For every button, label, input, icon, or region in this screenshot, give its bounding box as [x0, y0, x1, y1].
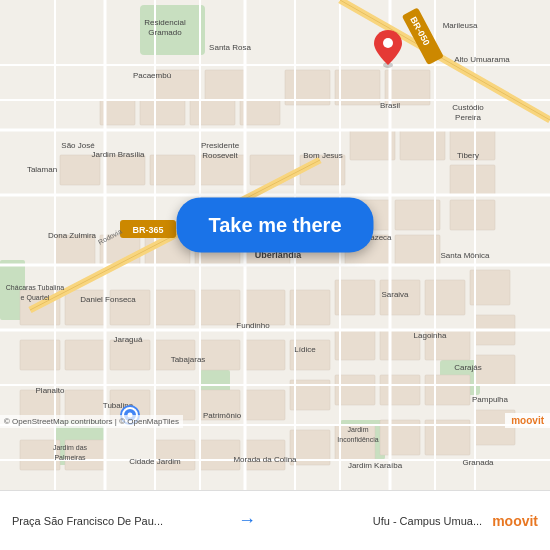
svg-text:Planalto: Planalto [36, 386, 65, 395]
svg-rect-37 [395, 235, 440, 265]
map-container: BR-365 Rodovia BR-050 Residencial Gramad… [0, 0, 550, 490]
svg-text:Roosevelt: Roosevelt [202, 151, 238, 160]
svg-rect-18 [105, 155, 145, 185]
svg-text:Fundinho: Fundinho [236, 321, 270, 330]
svg-text:Tabajaras: Tabajaras [171, 355, 206, 364]
svg-text:Residencial: Residencial [144, 18, 186, 27]
svg-text:e Quartel: e Quartel [21, 294, 50, 302]
origin-label: Praça São Francisco De Pau... [12, 515, 163, 527]
svg-rect-50 [65, 340, 105, 370]
svg-text:Gramado: Gramado [148, 28, 182, 37]
svg-rect-21 [250, 155, 295, 185]
svg-rect-69 [425, 375, 470, 405]
destination-info: Ufu - Campus Umua... [256, 515, 482, 527]
svg-rect-26 [450, 165, 495, 195]
svg-rect-53 [200, 340, 240, 370]
svg-text:Santa Rosa: Santa Rosa [209, 43, 251, 52]
svg-text:Morada da Colina: Morada da Colina [233, 455, 297, 464]
svg-text:Presidente: Presidente [201, 141, 240, 150]
svg-rect-11 [140, 100, 185, 125]
svg-rect-17 [60, 155, 100, 185]
svg-rect-12 [190, 100, 235, 125]
svg-rect-47 [425, 280, 465, 315]
svg-text:Patrimônio: Patrimônio [203, 411, 242, 420]
svg-text:Alto Umuarama: Alto Umuarama [454, 55, 510, 64]
svg-text:Granada: Granada [462, 458, 494, 467]
svg-text:Saraiva: Saraiva [381, 290, 409, 299]
svg-rect-41 [155, 290, 195, 325]
svg-text:Pacaembú: Pacaembú [133, 71, 171, 80]
svg-rect-9 [205, 70, 245, 100]
svg-text:Palmeiras: Palmeiras [54, 454, 86, 461]
svg-text:São José: São José [61, 141, 95, 150]
svg-rect-68 [380, 375, 420, 405]
svg-text:Lídice: Lídice [294, 345, 316, 354]
svg-text:Jardim: Jardim [347, 426, 368, 433]
svg-text:Jardim Brasília: Jardim Brasília [92, 150, 145, 159]
svg-rect-27 [450, 200, 495, 230]
svg-text:Santa Mônica: Santa Mônica [441, 251, 490, 260]
svg-point-155 [383, 38, 393, 48]
svg-text:Marileusa: Marileusa [443, 21, 478, 30]
svg-text:Chácaras Tubalina: Chácaras Tubalina [6, 284, 64, 291]
svg-text:Daniel Fonseca: Daniel Fonseca [80, 295, 136, 304]
svg-text:Lagoinha: Lagoinha [414, 331, 447, 340]
svg-text:Bom Jesus: Bom Jesus [303, 151, 343, 160]
moovit-logo: moovit [505, 413, 550, 428]
svg-text:Tibery: Tibery [457, 151, 479, 160]
svg-text:Pereira: Pereira [455, 113, 481, 122]
svg-rect-65 [245, 390, 285, 420]
map-attribution: © OpenStreetMap contributors | © OpenMap… [0, 415, 183, 428]
take-me-there-button[interactable]: Take me there [176, 198, 373, 253]
moovit-brand-text: moovit [492, 513, 538, 529]
route-arrow-icon: → [238, 510, 256, 531]
svg-rect-42 [200, 290, 240, 325]
origin-info: Praça São Francisco De Pau... [12, 515, 238, 527]
svg-rect-23 [350, 130, 395, 160]
svg-text:Carajás: Carajás [454, 363, 482, 372]
svg-text:Brasil: Brasil [380, 101, 400, 110]
svg-text:Pampulha: Pampulha [472, 395, 509, 404]
svg-text:Cidade Jardim: Cidade Jardim [129, 457, 181, 466]
destination-label: Ufu - Campus Umua... [373, 515, 482, 527]
svg-text:BR-365: BR-365 [132, 225, 163, 235]
svg-rect-35 [395, 200, 440, 230]
moovit-brand: moovit [492, 513, 538, 529]
svg-rect-19 [150, 155, 195, 185]
bottom-bar: Praça São Francisco De Pau... → Ufu - Ca… [0, 490, 550, 550]
svg-text:Jardim das: Jardim das [53, 444, 88, 451]
svg-text:Dona Zulmira: Dona Zulmira [48, 231, 97, 240]
svg-text:Jardim Karaíba: Jardim Karaíba [348, 461, 403, 470]
svg-rect-43 [245, 290, 285, 325]
svg-text:Inconfidência: Inconfidência [337, 436, 378, 443]
svg-rect-51 [110, 340, 150, 370]
svg-rect-24 [400, 130, 445, 160]
svg-text:Talaman: Talaman [27, 165, 57, 174]
svg-text:Custódio: Custódio [452, 103, 484, 112]
svg-text:Jaraguá: Jaraguá [114, 335, 143, 344]
svg-rect-54 [245, 340, 285, 370]
